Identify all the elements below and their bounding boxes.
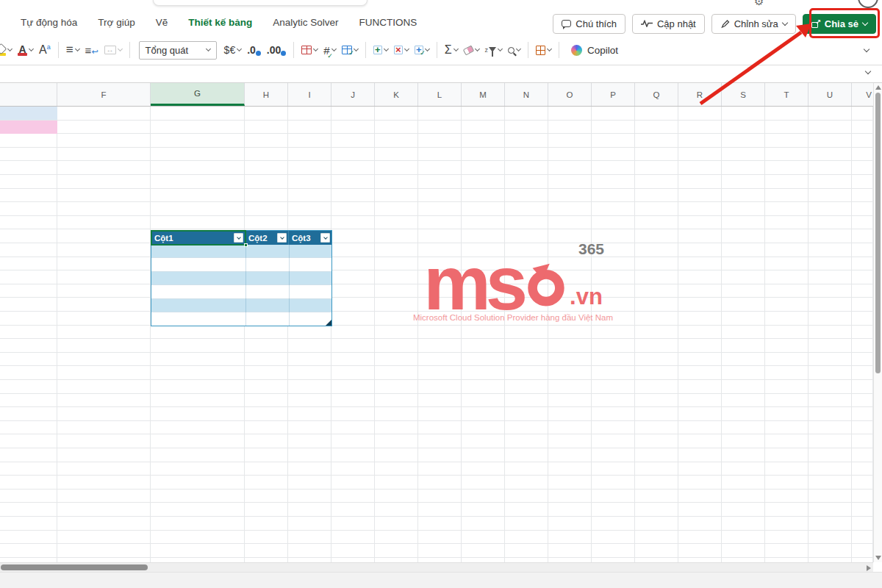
chevron-down-icon — [498, 46, 503, 51]
column-header-cell[interactable]: J — [331, 83, 375, 106]
table-row[interactable] — [151, 299, 331, 312]
find-button[interactable] — [505, 40, 523, 60]
watermark: 365 ms .vn Microsoft Cloud Solution Prov… — [410, 240, 616, 322]
account-avatar[interactable] — [858, 0, 878, 8]
column-header-cell[interactable]: R — [678, 83, 722, 106]
copilot-button[interactable]: Copilot — [564, 45, 625, 56]
font-size-icon: Aa — [39, 43, 51, 57]
horizontal-scrollbar[interactable] — [0, 562, 873, 572]
fill-handle[interactable] — [244, 243, 248, 247]
currency-format-button[interactable]: $€ — [221, 40, 245, 60]
table-row[interactable] — [151, 245, 331, 258]
column-header-cell[interactable]: H — [245, 83, 288, 106]
autosum-button[interactable]: Σ — [442, 40, 461, 60]
borders-button[interactable]: #✓ — [320, 40, 338, 60]
format-cells-button[interactable]: +✓ — [412, 40, 432, 60]
conditional-formatting-button[interactable] — [298, 40, 320, 60]
table-row[interactable] — [151, 312, 331, 326]
fill-color-button[interactable] — [0, 40, 15, 60]
excel-table[interactable]: Cột1 Cột2 Cột3 — [151, 230, 332, 326]
tab-ve[interactable]: Vẽ — [146, 12, 179, 34]
vertical-scrollbar-thumb[interactable] — [875, 93, 881, 373]
delete-cells-button[interactable]: × — [391, 40, 412, 60]
merge-cells-button[interactable]: ↔ — [101, 40, 125, 60]
column-header-cell[interactable]: Q — [635, 83, 678, 106]
filled-cell-pink[interactable] — [0, 121, 57, 134]
filter-dropdown-button[interactable] — [320, 233, 330, 243]
chevron-down-icon — [237, 46, 242, 51]
table-header-label: Cột3 — [292, 234, 311, 243]
chevron-down-icon — [453, 46, 459, 51]
column-header-cell[interactable]: S — [722, 83, 765, 106]
column-header-cell[interactable]: O — [548, 83, 592, 106]
table-resize-handle[interactable] — [326, 320, 331, 326]
insert-cells-button[interactable]: + — [370, 40, 391, 60]
tab-tro-giup[interactable]: Trợ giúp — [87, 12, 145, 34]
pulse-icon — [641, 20, 653, 27]
formula-bar[interactable] — [0, 65, 882, 83]
clear-button[interactable] — [461, 40, 482, 60]
font-size-button[interactable]: Aa — [36, 40, 54, 60]
column-header-cell[interactable]: F — [57, 83, 151, 106]
chevron-down-icon — [354, 46, 359, 51]
merge-cells-icon: ↔ — [104, 46, 116, 54]
column-header-cell[interactable]: M — [462, 83, 505, 106]
scroll-up-arrow-icon[interactable] — [875, 85, 881, 90]
filter-dropdown-button[interactable] — [277, 233, 287, 243]
watermark-badge: 365 — [578, 240, 604, 258]
grid-column — [245, 107, 288, 562]
column-header-cell[interactable]: N — [505, 83, 548, 106]
annotation-highlight-box — [809, 8, 880, 38]
column-header-cell[interactable] — [0, 83, 57, 106]
table-header-cell[interactable]: Cột2 — [245, 231, 289, 245]
tab-functions[interactable]: FUNCTIONS — [349, 12, 428, 34]
sort-filter-button[interactable]: z — [482, 40, 506, 60]
format-as-table-button[interactable]: ✓ — [339, 40, 361, 60]
tab-tu-dong-hoa[interactable]: Tự động hóa — [10, 12, 87, 34]
tab-thiet-ke-bang[interactable]: Thiết kế bảng — [178, 12, 262, 34]
formula-bar-expand-chevron-icon[interactable] — [865, 68, 871, 74]
grid-column — [331, 107, 375, 562]
column-header-cell[interactable]: L — [418, 83, 462, 106]
column-header-cell[interactable]: T — [765, 83, 808, 106]
scroll-down-arrow-icon[interactable] — [875, 556, 881, 560]
decrease-decimal-button[interactable]: .00 — [264, 40, 289, 60]
sort-z-label: z — [485, 46, 489, 54]
edit-mode-button[interactable]: Chỉnh sửa — [711, 14, 796, 34]
scroll-right-arrow-icon[interactable] — [867, 565, 871, 571]
grid-column — [765, 107, 808, 562]
column-header-cell[interactable]: U — [808, 83, 852, 106]
table-row[interactable] — [151, 285, 331, 298]
excel-online-app: ⚙ Tự động hóa Trợ giúp Vẽ Thiết kế bảng … — [0, 0, 882, 588]
delete-cells-icon: × — [394, 46, 403, 54]
column-header-cell[interactable]: P — [592, 83, 635, 106]
tab-analytic-solver[interactable]: Analytic Solver — [262, 12, 348, 34]
watermark-domain-text: .vn — [570, 287, 603, 306]
column-header-cell[interactable]: V — [852, 83, 873, 106]
update-button[interactable]: Cập nhật — [632, 14, 705, 34]
ribbon-collapse-chevron-icon[interactable] — [864, 46, 870, 51]
sheet-view-button[interactable] — [533, 40, 554, 60]
table-header-cell[interactable]: Cột3 — [289, 231, 331, 245]
chevron-down-icon — [331, 46, 337, 51]
alignment-button[interactable]: ≡ — [63, 40, 82, 60]
table-row[interactable] — [151, 258, 331, 271]
grid-column — [151, 107, 245, 562]
settings-gear-icon[interactable]: ⚙ — [754, 0, 764, 8]
column-header-cell-active[interactable]: G — [151, 83, 245, 106]
horizontal-scrollbar-thumb[interactable] — [1, 564, 148, 570]
filled-cell-blue[interactable] — [0, 107, 57, 120]
table-row[interactable] — [151, 272, 331, 285]
column-header-cell[interactable]: I — [288, 83, 331, 106]
comment-button[interactable]: Chú thích — [553, 14, 625, 34]
font-color-button[interactable]: A — [15, 40, 36, 60]
column-header-cell[interactable]: K — [375, 83, 418, 106]
spreadsheet-grid[interactable]: Cột1 Cột2 Cột3 — [0, 107, 873, 562]
chevron-down-icon — [425, 46, 430, 51]
number-format-dropdown[interactable]: Tổng quát — [139, 41, 217, 60]
chevron-down-icon — [118, 46, 123, 51]
wrap-text-button[interactable]: ≡↩ — [82, 40, 101, 60]
table-column-separator — [289, 245, 290, 326]
increase-decimal-button[interactable]: .0 — [244, 40, 264, 60]
vertical-scrollbar[interactable] — [873, 83, 882, 562]
